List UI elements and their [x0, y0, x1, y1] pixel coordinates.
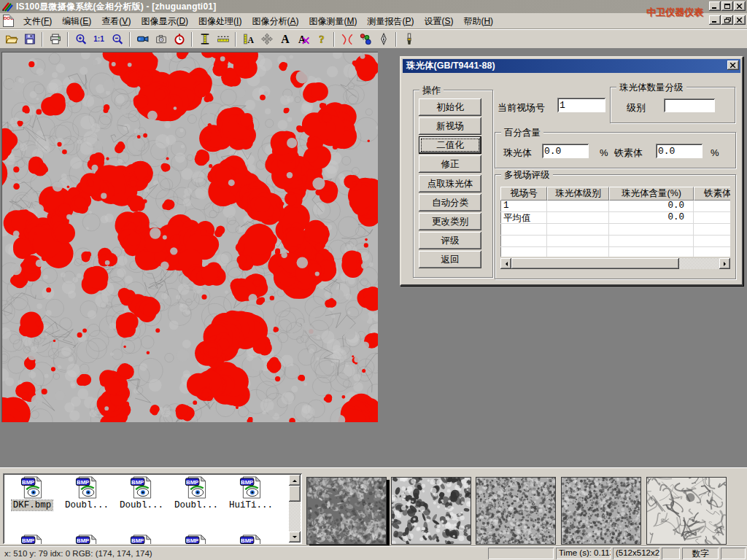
file-item-2[interactable]: BMPDoubl... — [115, 476, 168, 510]
op-button-4[interactable]: 点取珠光体 — [419, 175, 481, 192]
menu-item-9[interactable]: 帮助(H) — [458, 14, 498, 28]
menu-item-5[interactable]: 图像分析(A) — [247, 14, 303, 28]
percent-group-label: 百分含量 — [501, 127, 543, 139]
op-button-3[interactable]: 修正 — [419, 155, 481, 173]
hscroll-thumb[interactable] — [511, 258, 679, 269]
op-button-1[interactable]: 新视场 — [419, 117, 481, 135]
thumbnail-2[interactable] — [476, 477, 556, 545]
bmp-file-icon: BMP — [239, 476, 263, 499]
current-field-input[interactable] — [557, 98, 605, 112]
ferrite-percent-input[interactable] — [656, 144, 703, 158]
dialog-title-bar[interactable]: 珠光体(GB/T9441-88) — [403, 59, 740, 73]
op-button-7[interactable]: 评级 — [419, 232, 481, 249]
table-hscrollbar — [500, 258, 730, 269]
dialog-close-button[interactable] — [727, 61, 739, 70]
brush-icon[interactable] — [400, 31, 418, 47]
mdi-restore-button[interactable] — [721, 15, 733, 25]
table-cell — [694, 212, 730, 223]
zoom-in-icon[interactable] — [71, 31, 90, 47]
thumbnail-0[interactable] — [306, 477, 387, 545]
svg-text:?: ? — [319, 34, 324, 45]
table-row-2[interactable] — [500, 224, 730, 236]
menu-item-2[interactable]: 查看(V) — [96, 14, 136, 28]
svg-text:BMP: BMP — [77, 479, 89, 486]
file-item-partial-0[interactable]: BMP — [6, 534, 58, 544]
file-item-3[interactable]: BMPDoubl... — [170, 476, 222, 510]
maximize-button[interactable] — [721, 1, 733, 11]
text-annotation-icon[interactable]: A — [276, 31, 294, 47]
scroll-right-button[interactable] — [719, 258, 730, 269]
svg-text:BMP: BMP — [131, 537, 144, 544]
save-icon[interactable] — [20, 31, 39, 47]
help-icon[interactable]: ? — [312, 31, 330, 47]
file-item-0[interactable]: BMPDKF.bmp — [6, 476, 58, 510]
level-label: 级别 — [627, 101, 646, 114]
toolbar: 1:1AAA? — [0, 29, 747, 49]
pen-icon[interactable] — [374, 31, 392, 47]
table-row-4[interactable] — [500, 247, 730, 257]
menu-item-1[interactable]: 编辑(E) — [57, 14, 96, 28]
status-panel-2: (512x512x24) — [613, 548, 659, 559]
delete-annotation-icon[interactable]: A — [294, 31, 312, 47]
thumbnail-image — [476, 478, 555, 544]
minimize-button[interactable] — [709, 1, 721, 11]
op-button-8[interactable]: 返回 — [419, 251, 481, 268]
scale-label-icon[interactable]: A — [239, 31, 258, 47]
file-item-4[interactable]: BMPHuiTi... — [225, 476, 277, 510]
hscroll-track[interactable] — [679, 258, 719, 269]
zoom-out-icon[interactable] — [108, 31, 126, 47]
table-row-0[interactable]: 10.0 — [500, 201, 730, 212]
menu-item-3[interactable]: 图像显示(D) — [136, 14, 193, 28]
thumbnail-3[interactable] — [561, 477, 641, 545]
micrograph-image[interactable] — [1, 52, 378, 422]
measure-line-icon[interactable] — [214, 31, 232, 47]
table-header-0[interactable]: 视场号 — [500, 187, 547, 201]
file-item-partial-4[interactable]: BMP — [225, 534, 277, 544]
mdi-close-button[interactable] — [734, 15, 746, 25]
table-header-1[interactable]: 珠光体级别 — [547, 187, 609, 201]
file-item-partial-3[interactable]: BMP — [170, 534, 222, 544]
vscroll-thumb[interactable] — [289, 486, 301, 502]
table-header-3[interactable]: 铁素体含量(%) — [694, 187, 730, 201]
table-header-2[interactable]: 珠光体含量(%) — [609, 187, 694, 201]
menu-item-8[interactable]: 设置(S) — [419, 14, 458, 28]
menu-item-0[interactable]: 文件(F) — [18, 14, 57, 28]
file-name: Doubl... — [118, 500, 165, 510]
level-input[interactable] — [664, 98, 715, 112]
scroll-up-button[interactable] — [289, 475, 301, 486]
mdi-minimize-button[interactable] — [709, 15, 721, 25]
move-icon[interactable] — [258, 31, 276, 47]
op-button-2[interactable]: 二值化 — [419, 136, 481, 154]
file-item-1[interactable]: BMPDoubl... — [61, 476, 113, 510]
snapshot-icon[interactable] — [152, 31, 170, 47]
curve-tool-icon[interactable] — [338, 31, 356, 47]
rating-table[interactable]: 视场号珠光体级别珠光体含量(%)铁素体含量(%)10.0平均值0.0 — [500, 187, 730, 257]
table-row-3[interactable] — [500, 236, 730, 247]
video-camera-icon[interactable] — [133, 31, 152, 47]
op-button-0[interactable]: 初始化 — [419, 98, 481, 116]
op-button-6[interactable]: 更改类别 — [419, 213, 481, 230]
thumbnail-4[interactable] — [646, 477, 727, 545]
scroll-left-button[interactable] — [500, 258, 511, 269]
file-item-partial-1[interactable]: BMP — [61, 534, 113, 544]
caliper-icon[interactable] — [196, 31, 214, 47]
open-file-icon[interactable] — [2, 31, 20, 47]
table-cell — [500, 247, 547, 257]
table-cell — [547, 201, 609, 211]
close-button[interactable] — [734, 1, 746, 11]
menu-item-6[interactable]: 图像测量(M) — [303, 14, 362, 28]
pearlite-percent-input[interactable] — [542, 144, 589, 158]
scroll-down-button[interactable] — [289, 532, 301, 542]
op-button-5[interactable]: 自动分类 — [419, 194, 481, 211]
table-row-1[interactable]: 平均值0.0 — [500, 212, 730, 224]
status-panel-1: Time (s): 0.113 — [556, 548, 611, 559]
timer-icon[interactable] — [170, 31, 188, 47]
print-icon[interactable] — [46, 31, 64, 47]
thumbnail-1[interactable] — [391, 477, 471, 545]
actual-size-icon[interactable]: 1:1 — [90, 31, 108, 47]
menu-item-4[interactable]: 图像处理(I) — [193, 14, 247, 28]
menu-item-7[interactable]: 测量报告(P) — [362, 14, 419, 28]
count-markers-icon[interactable] — [356, 31, 374, 47]
bmp-file-icon: BMP — [129, 534, 154, 544]
file-item-partial-2[interactable]: BMP — [115, 534, 168, 544]
